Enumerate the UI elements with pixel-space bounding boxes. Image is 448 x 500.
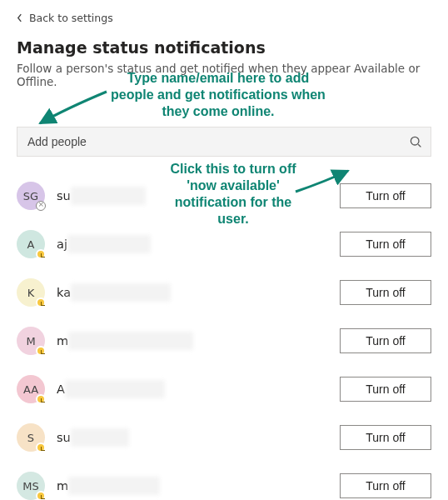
person-row: SGsuTurn off bbox=[17, 172, 431, 220]
person-name-fragment: m bbox=[57, 479, 68, 492]
away-presence-icon bbox=[36, 298, 46, 308]
away-presence-icon bbox=[36, 442, 46, 452]
avatar: SG bbox=[17, 182, 45, 210]
away-presence-icon bbox=[36, 346, 46, 356]
offline-presence-icon bbox=[36, 201, 46, 211]
person-name: aj bbox=[57, 235, 340, 253]
avatar: K bbox=[17, 278, 45, 307]
person-name-fragment: su bbox=[57, 189, 71, 202]
redacted-name bbox=[68, 332, 193, 350]
person-row: MmTurn off bbox=[17, 317, 431, 365]
svg-line-1 bbox=[418, 144, 421, 147]
add-people-input[interactable] bbox=[26, 134, 409, 149]
page-subtitle: Follow a person's status and get notifie… bbox=[17, 62, 431, 88]
away-presence-icon bbox=[36, 394, 46, 404]
svg-point-0 bbox=[411, 137, 419, 145]
back-to-settings-link[interactable]: Back to settings bbox=[17, 12, 113, 24]
redacted-name bbox=[71, 428, 129, 447]
turn-off-button[interactable]: Turn off bbox=[340, 183, 431, 208]
person-name: m bbox=[57, 477, 340, 495]
person-name-fragment: aj bbox=[57, 238, 67, 251]
search-icon bbox=[409, 135, 422, 148]
turn-off-button[interactable]: Turn off bbox=[340, 473, 431, 498]
avatar: MS bbox=[17, 472, 45, 500]
add-people-search[interactable] bbox=[17, 127, 431, 157]
chevron-left-icon bbox=[17, 13, 22, 22]
person-row: SsuTurn off bbox=[17, 413, 431, 462]
person-row: KkaTurn off bbox=[17, 268, 431, 317]
redacted-name bbox=[71, 283, 171, 302]
person-row: MSmTurn off bbox=[17, 462, 431, 500]
person-name-fragment: su bbox=[57, 431, 71, 444]
redacted-name bbox=[65, 380, 165, 398]
avatar: AA bbox=[17, 375, 45, 403]
avatar: A bbox=[17, 230, 45, 258]
person-name: su bbox=[57, 428, 340, 447]
away-presence-icon bbox=[36, 491, 46, 500]
turn-off-button[interactable]: Turn off bbox=[340, 232, 431, 257]
turn-off-button[interactable]: Turn off bbox=[340, 425, 431, 450]
avatar: S bbox=[17, 423, 45, 452]
redacted-name bbox=[71, 187, 146, 205]
person-row: AAATurn off bbox=[17, 365, 431, 413]
turn-off-button[interactable]: Turn off bbox=[340, 280, 431, 305]
people-list: SGsuTurn offAajTurn offKkaTurn offMmTurn… bbox=[17, 172, 431, 500]
back-label: Back to settings bbox=[29, 12, 113, 24]
person-name: A bbox=[57, 380, 340, 398]
page-title: Manage status notifications bbox=[17, 38, 431, 57]
person-name: su bbox=[57, 187, 340, 205]
person-row: AajTurn off bbox=[17, 220, 431, 268]
person-name-fragment: A bbox=[57, 382, 65, 396]
redacted-name bbox=[68, 477, 160, 495]
person-name-fragment: m bbox=[57, 334, 68, 348]
person-name: ka bbox=[57, 283, 340, 302]
person-name: m bbox=[57, 332, 340, 350]
person-name-fragment: ka bbox=[57, 286, 71, 299]
avatar: M bbox=[17, 327, 45, 355]
turn-off-button[interactable]: Turn off bbox=[340, 328, 431, 353]
redacted-name bbox=[67, 235, 151, 253]
turn-off-button[interactable]: Turn off bbox=[340, 377, 431, 402]
away-presence-icon bbox=[36, 249, 46, 259]
